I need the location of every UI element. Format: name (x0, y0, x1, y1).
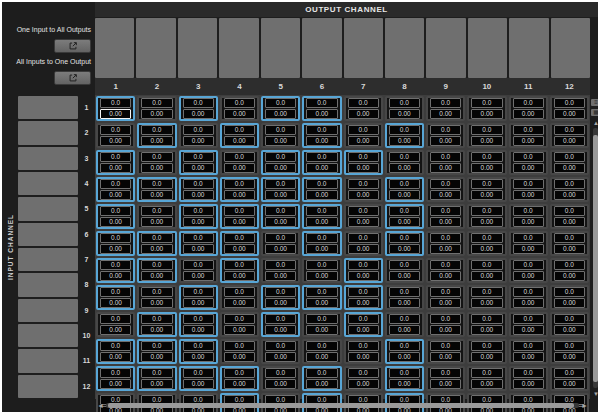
gain-value-box[interactable]: 0.0 (430, 206, 461, 216)
gain-value-box[interactable]: 0.0 (306, 233, 337, 243)
secondary-value-box[interactable]: 0.00 (141, 352, 172, 362)
secondary-value-box[interactable]: 0.00 (389, 109, 420, 119)
crosspoint-r9-c7[interactable]: 0.00.00 (344, 312, 383, 337)
gain-value-box[interactable]: 0.0 (224, 98, 255, 108)
gain-value-box[interactable]: 0.0 (513, 287, 544, 297)
gain-value-box[interactable]: 0.0 (554, 260, 585, 270)
gain-value-box[interactable]: 0.0 (389, 179, 420, 189)
crosspoint-r9-c12[interactable]: 0.00.00 (550, 312, 589, 337)
secondary-value-box[interactable]: 0.00 (265, 136, 296, 146)
gain-value-box[interactable]: 0.0 (306, 260, 337, 270)
secondary-value-box[interactable]: 0.00 (430, 379, 461, 389)
secondary-value-box[interactable]: 0.00 (141, 163, 172, 173)
crosspoint-r6-c10[interactable]: 0.00.00 (467, 231, 506, 256)
secondary-value-box[interactable]: 0.00 (554, 217, 585, 227)
crosspoint-r6-c6[interactable]: 0.00.00 (302, 231, 341, 256)
gain-value-box[interactable]: 0.0 (430, 98, 461, 108)
gain-value-box[interactable]: 0.0 (348, 260, 379, 270)
gain-value-box[interactable]: 0.0 (100, 287, 131, 297)
gain-value-box[interactable]: 0.0 (100, 314, 131, 324)
output-channel-number-11[interactable]: 11 (508, 78, 549, 95)
output-channel-number-3[interactable]: 3 (178, 78, 219, 95)
crosspoint-r5-c1[interactable]: 0.00.00 (96, 204, 135, 229)
secondary-value-box[interactable]: 0.00 (265, 298, 296, 308)
crosspoint-r11-c10[interactable]: 0.00.00 (467, 366, 506, 391)
scroll-down-icon[interactable]: ▼ (590, 390, 598, 398)
gain-value-box[interactable]: 0.0 (389, 314, 420, 324)
gain-value-box[interactable]: 0.0 (471, 233, 502, 243)
secondary-value-box[interactable]: 0.00 (183, 379, 214, 389)
crosspoint-r10-c9[interactable]: 0.00.00 (426, 339, 465, 364)
crosspoint-r7-c8[interactable]: 0.00.00 (385, 258, 424, 283)
gain-value-box[interactable]: 0.0 (306, 98, 337, 108)
crosspoint-r1-c6[interactable]: 0.00.00 (302, 96, 341, 121)
crosspoint-r6-c8[interactable]: 0.00.00 (385, 231, 424, 256)
secondary-value-box[interactable]: 0.00 (224, 352, 255, 362)
gain-value-box[interactable]: 0.0 (224, 287, 255, 297)
gain-value-box[interactable]: 0.0 (183, 98, 214, 108)
crosspoint-r4-c2[interactable]: 0.00.00 (137, 177, 176, 202)
secondary-value-box[interactable]: 0.00 (306, 136, 337, 146)
gain-value-box[interactable]: 0.0 (100, 260, 131, 270)
scroll-left-icon[interactable]: ◄ (97, 402, 104, 410)
gain-value-box[interactable]: 0.0 (183, 287, 214, 297)
crosspoint-r10-c2[interactable]: 0.00.00 (137, 339, 176, 364)
crosspoint-r6-c2[interactable]: 0.00.00 (137, 231, 176, 256)
gain-value-box[interactable]: 0.0 (224, 260, 255, 270)
crosspoint-r4-c10[interactable]: 0.00.00 (467, 177, 506, 202)
crosspoint-r1-c1[interactable]: 0.00.00 (96, 96, 135, 121)
gain-value-box[interactable]: 0.0 (306, 179, 337, 189)
crosspoint-r3-c8[interactable]: 0.00.00 (385, 150, 424, 175)
output-channel-number-9[interactable]: 9 (425, 78, 466, 95)
secondary-value-box[interactable]: 0.00 (224, 244, 255, 254)
gain-value-box[interactable]: 0.0 (141, 152, 172, 162)
crosspoint-r2-c5[interactable]: 0.00.00 (261, 123, 300, 148)
secondary-value-box[interactable]: 0.00 (306, 379, 337, 389)
crosspoint-r4-c6[interactable]: 0.00.00 (302, 177, 341, 202)
secondary-value-box[interactable]: 0.00 (430, 298, 461, 308)
crosspoint-r8-c3[interactable]: 0.00.00 (179, 285, 218, 310)
secondary-value-box[interactable]: 0.00 (141, 217, 172, 227)
gain-value-box[interactable]: 0.0 (141, 179, 172, 189)
gain-value-box[interactable]: 0.0 (265, 233, 296, 243)
gain-value-box[interactable]: 0.0 (100, 98, 131, 108)
gain-value-box[interactable]: 0.0 (100, 125, 131, 135)
secondary-value-box[interactable]: 0.00 (513, 325, 544, 335)
crosspoint-r1-c4[interactable]: 0.00.00 (220, 96, 259, 121)
secondary-value-box[interactable]: 0.00 (183, 298, 214, 308)
crosspoint-r9-c3[interactable]: 0.00.00 (179, 312, 218, 337)
crosspoint-r8-c8[interactable]: 0.00.00 (385, 285, 424, 310)
gain-value-box[interactable]: 0.0 (513, 233, 544, 243)
input-channel-number-2[interactable]: 2 (78, 120, 95, 145)
gain-value-box[interactable]: 0.0 (430, 152, 461, 162)
secondary-value-box[interactable]: 0.00 (224, 217, 255, 227)
crosspoint-r11-c3[interactable]: 0.00.00 (179, 366, 218, 391)
gain-value-box[interactable]: 0.0 (141, 233, 172, 243)
crosspoint-r7-c6[interactable]: 0.00.00 (302, 258, 341, 283)
crosspoint-r11-c9[interactable]: 0.00.00 (426, 366, 465, 391)
gain-value-box[interactable]: 0.0 (348, 152, 379, 162)
crosspoint-r6-c3[interactable]: 0.00.00 (179, 231, 218, 256)
secondary-value-box[interactable]: 0.00 (554, 298, 585, 308)
secondary-value-box[interactable]: 0.00 (306, 163, 337, 173)
crosspoint-r2-c1[interactable]: 0.00.00 (96, 123, 135, 148)
secondary-value-box[interactable]: 0.00 (430, 163, 461, 173)
crosspoint-r8-c1[interactable]: 0.00.00 (96, 285, 135, 310)
secondary-value-box[interactable]: 0.00 (471, 379, 502, 389)
secondary-value-box[interactable]: 0.00 (348, 136, 379, 146)
crosspoint-r2-c2[interactable]: 0.00.00 (137, 123, 176, 148)
crosspoint-r2-c11[interactable]: 0.00.00 (509, 123, 548, 148)
secondary-value-box[interactable]: 0.00 (348, 298, 379, 308)
crosspoint-r7-c1[interactable]: 0.00.00 (96, 258, 135, 283)
gain-value-box[interactable]: 0.0 (183, 233, 214, 243)
gain-value-box[interactable]: 0.0 (265, 287, 296, 297)
crosspoint-r3-c6[interactable]: 0.00.00 (302, 150, 341, 175)
crosspoint-r4-c12[interactable]: 0.00.00 (550, 177, 589, 202)
gain-value-box[interactable]: 0.0 (389, 125, 420, 135)
crosspoint-r1-c3[interactable]: 0.00.00 (179, 96, 218, 121)
secondary-value-box[interactable]: 0.00 (389, 271, 420, 281)
secondary-value-box[interactable]: 0.00 (306, 352, 337, 362)
gain-value-box[interactable]: 0.0 (141, 125, 172, 135)
gain-value-box[interactable]: 0.0 (389, 260, 420, 270)
gain-value-box[interactable]: 0.0 (265, 152, 296, 162)
